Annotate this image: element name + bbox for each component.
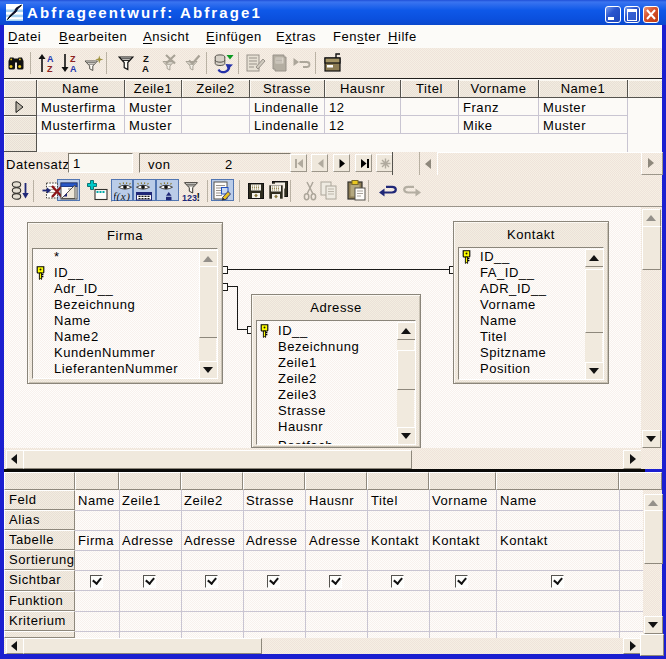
svg-text:A: A [142, 63, 149, 73]
svg-text:Z: Z [70, 54, 76, 64]
svg-text:A: A [70, 64, 77, 73]
svg-text:123: 123 [182, 193, 197, 202]
svg-text:A: A [47, 54, 54, 64]
svg-text:f(x): f(x) [114, 190, 130, 202]
svg-text:!: ! [197, 191, 201, 202]
svg-text:Z: Z [47, 64, 53, 73]
